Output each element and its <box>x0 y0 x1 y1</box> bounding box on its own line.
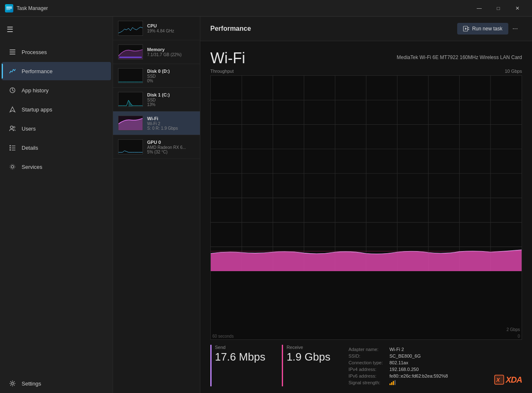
chart-midpoint-label: 2 Gbps <box>507 327 520 332</box>
ssid-value: SC_BE800_6G <box>389 353 478 359</box>
wifi-chart: 2 Gbps 60 seconds 0 <box>210 75 522 340</box>
adapter-name-value: Wi-Fi 2 <box>389 346 478 352</box>
disk1-val: 13% <box>147 102 195 107</box>
disk0-val: 0% <box>147 79 195 83</box>
gpu-name: GPU 0 <box>147 140 195 145</box>
app-icon <box>5 4 13 12</box>
sidebar-item-services[interactable]: Services <box>2 158 111 176</box>
window-controls: — □ ✕ <box>470 2 527 15</box>
users-label: Users <box>22 126 36 132</box>
sidebar-item-startup-apps[interactable]: Startup apps <box>2 100 111 119</box>
svg-point-15 <box>11 166 14 168</box>
settings-label: Settings <box>22 381 41 387</box>
connection-type-value: 802.11ax <box>389 360 478 366</box>
svg-rect-11 <box>10 147 11 148</box>
svg-point-8 <box>13 126 15 128</box>
svg-rect-1 <box>6 8 12 9</box>
receive-value-text: 1.9 Gbps <box>286 351 330 363</box>
cpu-thumbnail <box>118 21 143 36</box>
details-label: Details <box>22 145 38 151</box>
perf-item-cpu[interactable]: CPU 19% 4.84 GHz <box>113 17 200 40</box>
svg-rect-27 <box>468 29 469 30</box>
run-new-task-button[interactable]: Run new task <box>457 23 508 35</box>
cpu-name: CPU <box>147 23 195 28</box>
sidebar-item-settings[interactable]: Settings <box>2 374 111 393</box>
wifi-title: Wi-Fi <box>210 49 245 67</box>
perf-item-disk0[interactable]: Disk 0 (D:) SSD 0% <box>113 64 200 88</box>
performance-list: CPU 19% 4.84 GHz Memory 7.1/31.7 GB (22%… <box>113 17 200 393</box>
more-options-label: ··· <box>512 25 518 32</box>
startup-apps-icon <box>8 105 17 114</box>
signal-bar-2 <box>391 382 392 385</box>
hamburger-icon[interactable]: ☰ <box>5 23 15 36</box>
memory-thumbnail <box>118 44 143 59</box>
perf-item-wifi[interactable]: Wi-Fi Wi-Fi 2 S: 0 R: 1.9 Gbps <box>113 111 200 135</box>
svg-rect-14 <box>12 150 15 151</box>
run-new-task-label: Run new task <box>472 26 502 32</box>
sidebar-item-processes[interactable]: Processes <box>2 43 111 61</box>
app-history-label: App history <box>22 87 49 94</box>
ipv4-value: 192.168.0.250 <box>389 366 478 372</box>
processes-icon <box>8 48 17 56</box>
page-title: Performance <box>210 25 457 32</box>
throughput-label-row: Throughput 10 Gbps <box>210 69 522 74</box>
perf-item-memory[interactable]: Memory 7.1/31.7 GB (22%) <box>113 40 200 64</box>
signal-bars <box>389 380 396 385</box>
sidebar: ☰ Processes Performance <box>0 17 113 393</box>
users-icon <box>8 124 17 133</box>
maximize-button[interactable]: □ <box>489 2 508 15</box>
disk1-name: Disk 1 (C:) <box>147 92 195 97</box>
adapter-name-label: Adapter name: <box>348 346 383 352</box>
svg-rect-5 <box>10 54 15 54</box>
signal-bar-3 <box>393 381 394 385</box>
perf-item-disk1[interactable]: Disk 1 (C:) SSD 13% <box>113 88 200 111</box>
stats-area: Send 17.6 Mbps Receive 1.9 Gbps Adapter … <box>210 340 522 393</box>
performance-icon <box>8 67 17 75</box>
svg-point-16 <box>10 164 15 169</box>
svg-rect-20 <box>118 69 143 83</box>
close-button[interactable]: ✕ <box>508 2 527 15</box>
wifi-info: Wi-Fi Wi-Fi 2 S: 0 R: 1.9 Gbps <box>147 116 195 131</box>
ssid-label: SSID: <box>348 353 383 359</box>
disk1-thumbnail <box>118 92 143 107</box>
connection-type-label: Connection type: <box>348 360 383 366</box>
ipv6-value: fe80::e26c:fd62:b2ea:592%8 <box>389 373 478 379</box>
sidebar-item-details[interactable]: Details <box>2 138 111 157</box>
svg-rect-9 <box>10 145 11 146</box>
xda-text: XDA <box>506 375 522 385</box>
perf-item-gpu[interactable]: GPU 0 AMD Radeon RX 6... 5% (32 °C) <box>113 135 200 159</box>
disk0-info: Disk 0 (D:) SSD 0% <box>147 69 195 83</box>
svg-rect-26 <box>468 27 469 28</box>
gpu-val: 5% (32 °C) <box>147 150 195 154</box>
signal-bar-1 <box>389 383 391 385</box>
svg-rect-19 <box>119 57 142 58</box>
minimize-button[interactable]: — <box>470 2 489 15</box>
disk0-sub: SSD <box>147 74 195 79</box>
sidebar-item-app-history[interactable]: App history <box>2 81 111 99</box>
svg-point-17 <box>12 383 14 385</box>
adapter-info: Adapter name: Wi-Fi 2 SSID: SC_BE800_6G … <box>348 346 477 386</box>
sidebar-bottom: Settings <box>0 374 113 393</box>
disk1-sub: SSD <box>147 98 195 102</box>
cpu-info: CPU 19% 4.84 GHz <box>147 23 195 33</box>
signal-strength-label: Signal strength: <box>348 380 383 386</box>
sidebar-item-users[interactable]: Users <box>2 119 111 138</box>
signal-strength-icon <box>389 380 478 386</box>
disk0-thumbnail <box>118 68 143 83</box>
xda-logo: X XDA <box>494 375 522 385</box>
wifi-thumbnail <box>118 116 143 131</box>
throughput-label: Throughput <box>210 69 234 74</box>
svg-rect-3 <box>10 49 15 50</box>
wifi-val: S: 0 R: 1.9 Gbps <box>147 126 195 131</box>
window-title: Task Manager <box>17 5 470 11</box>
receive-label: Receive <box>286 345 332 350</box>
more-options-button[interactable]: ··· <box>508 22 522 35</box>
processes-label: Processes <box>22 49 47 55</box>
wifi-detail-area: Wi-Fi MediaTek Wi-Fi 6E MT7922 160MHz Wi… <box>200 41 532 393</box>
gpu-info: GPU 0 AMD Radeon RX 6... 5% (32 °C) <box>147 140 195 154</box>
sidebar-item-performance[interactable]: Performance <box>2 62 111 80</box>
svg-point-7 <box>10 126 13 129</box>
sidebar-header: ☰ <box>0 17 113 42</box>
services-label: Services <box>22 164 42 170</box>
max-speed: 10 Gbps <box>505 69 522 74</box>
